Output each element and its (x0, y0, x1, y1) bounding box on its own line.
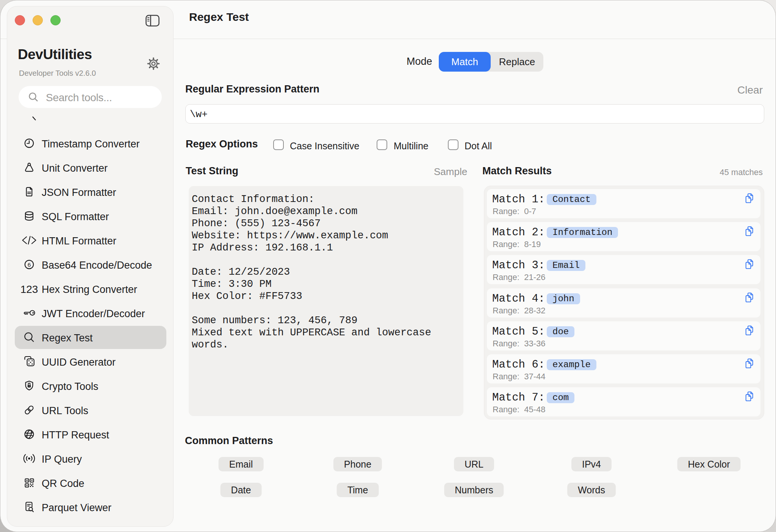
svg-text:6: 6 (28, 261, 31, 268)
